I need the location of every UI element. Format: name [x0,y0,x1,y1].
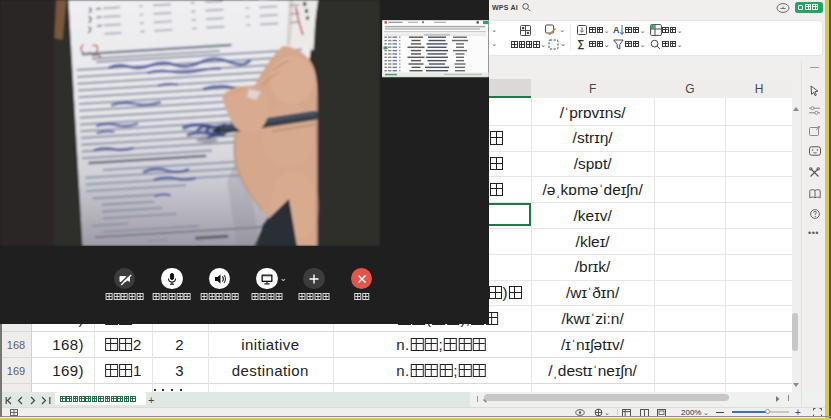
svg-text:A: A [613,25,620,35]
